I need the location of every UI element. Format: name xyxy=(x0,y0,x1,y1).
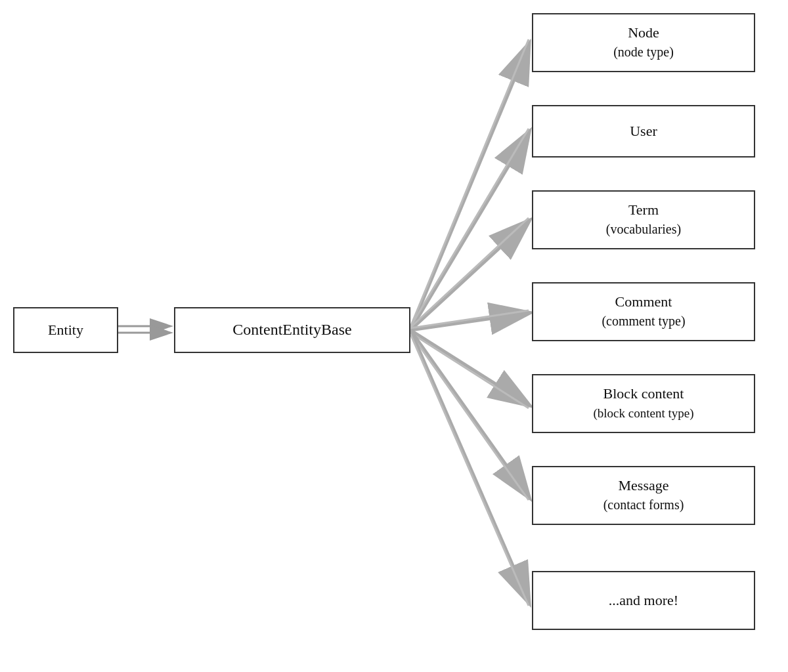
node-box: Node(node type) xyxy=(532,13,755,72)
svg-line-6 xyxy=(410,39,529,327)
svg-line-8 xyxy=(410,129,529,327)
user-box: User xyxy=(532,105,755,158)
block-content-label: Block content(block content type) xyxy=(593,385,693,422)
block-content-box: Block content(block content type) xyxy=(532,374,755,433)
node-label: Node(node type) xyxy=(613,24,674,61)
entity-box: Entity xyxy=(13,307,118,353)
comment-label: Comment(comment type) xyxy=(602,293,685,330)
comment-box: Comment(comment type) xyxy=(532,282,755,341)
message-box: Message(contact forms) xyxy=(532,466,755,525)
term-box: Term(vocabularies) xyxy=(532,190,755,249)
svg-line-7 xyxy=(410,133,529,330)
user-label: User xyxy=(630,122,657,141)
diagram-container: Entity ContentEntityBase Node(node type)… xyxy=(0,0,788,672)
and-more-box: ...and more! xyxy=(532,571,755,630)
and-more-label: ...and more! xyxy=(609,591,678,610)
content-entity-base-box: ContentEntityBase xyxy=(174,307,410,353)
term-label: Term(vocabularies) xyxy=(606,201,681,238)
message-label: Message(contact forms) xyxy=(603,476,684,514)
svg-line-5 xyxy=(410,45,529,330)
entity-label: Entity xyxy=(48,321,83,340)
svg-line-16 xyxy=(410,333,529,500)
content-entity-base-label: ContentEntityBase xyxy=(232,320,351,340)
